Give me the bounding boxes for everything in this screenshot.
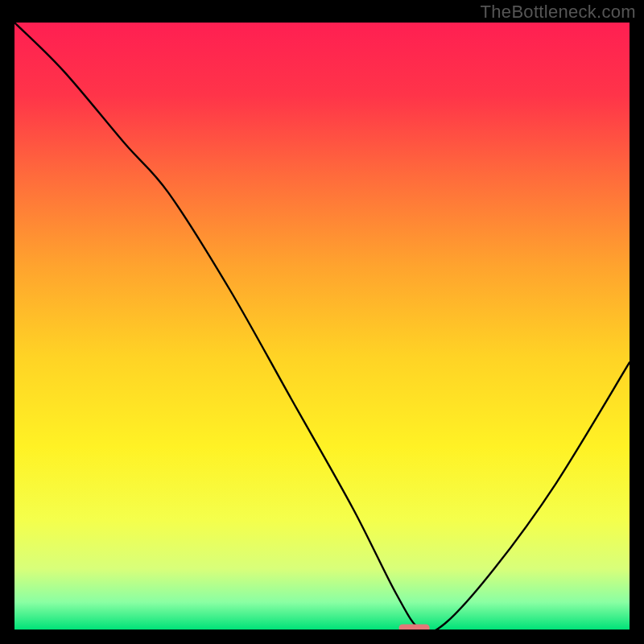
optimal-marker	[399, 624, 430, 630]
chart-svg	[14, 23, 630, 630]
watermark-text: TheBottleneck.com	[481, 2, 636, 23]
plot-area	[14, 23, 630, 630]
chart-background	[14, 23, 630, 630]
chart-frame: TheBottleneck.com	[0, 0, 644, 644]
